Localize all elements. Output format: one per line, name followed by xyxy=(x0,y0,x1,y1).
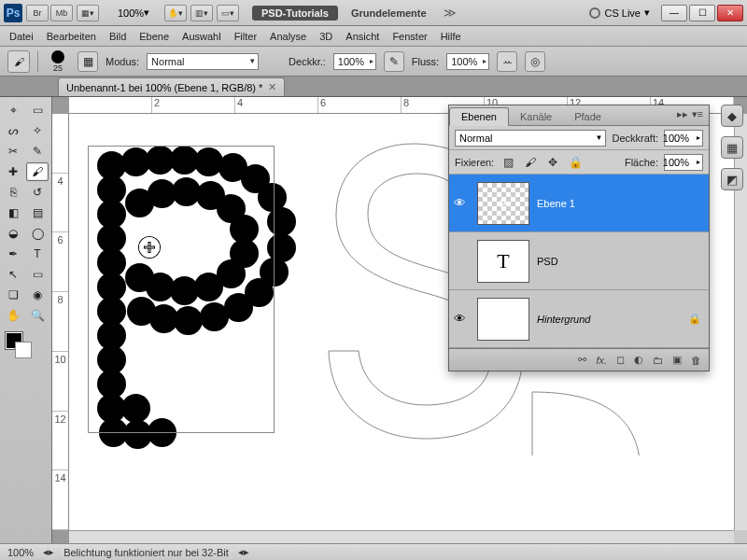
dock-adjust-icon[interactable]: ◩ xyxy=(721,168,743,190)
color-swatches[interactable] xyxy=(2,330,49,362)
zoom-level[interactable]: 100% ▾ xyxy=(112,5,161,21)
lock-paint-icon[interactable]: 🖌 xyxy=(522,154,539,171)
mode-label: Modus: xyxy=(106,56,139,67)
menu-bild[interactable]: Bild xyxy=(109,31,126,42)
panel-menu-icon[interactable]: ▾≡ xyxy=(692,108,703,120)
new-layer-icon[interactable]: ▣ xyxy=(672,354,682,366)
workspace-psd-tutorials[interactable]: PSD-Tutorials xyxy=(252,6,338,21)
layer-mask-icon[interactable]: ◻ xyxy=(616,354,625,366)
airbrush-icon[interactable]: ꕀ xyxy=(497,51,517,72)
screen-mode-button[interactable]: ▭▾ xyxy=(217,5,239,21)
blend-mode-select[interactable]: Normal▼ xyxy=(147,53,259,70)
history-brush-tool[interactable]: ↺ xyxy=(26,183,49,202)
tablet-opacity-icon[interactable]: ✎ xyxy=(384,51,404,72)
menu-analyse[interactable]: Analyse xyxy=(270,31,306,42)
brush-tool[interactable]: 🖌 xyxy=(26,162,49,181)
lock-position-icon[interactable]: ✥ xyxy=(544,154,561,171)
pen-tool[interactable]: ✒ xyxy=(2,245,24,263)
menu-bar: Datei Bearbeiten Bild Ebene Auswahl Filt… xyxy=(0,26,747,47)
stamp-tool[interactable]: ⎘ xyxy=(2,183,24,202)
layer-row[interactable]: 👁 Hintergrund 🔒 xyxy=(449,290,709,348)
3d-camera-tool[interactable]: ◉ xyxy=(26,286,49,304)
panel-tabs: Ebenen Kanäle Pfade ▸▸▾≡ xyxy=(449,105,709,126)
wand-tool[interactable]: ✧ xyxy=(26,121,49,140)
menu-ebene[interactable]: Ebene xyxy=(139,31,169,42)
menu-3d[interactable]: 3D xyxy=(319,31,332,42)
menu-hilfe[interactable]: Hilfe xyxy=(441,31,461,42)
flow-input[interactable]: 100%▸ xyxy=(446,53,489,70)
layer-list: 👁 P Ebene 1 T PSD 👁 Hintergrund 🔒 xyxy=(449,175,709,348)
document-tabs: Unbenannt-1 bei 100% (Ebene 1, RGB/8) * … xyxy=(0,77,747,97)
eraser-tool[interactable]: ◧ xyxy=(2,203,24,222)
delete-layer-icon[interactable]: 🗑 xyxy=(691,355,701,366)
bridge-button[interactable]: Br xyxy=(26,5,49,21)
healing-tool[interactable]: ✚ xyxy=(2,162,24,181)
eyedropper-tool[interactable]: ✎ xyxy=(26,142,49,161)
tablet-size-icon[interactable]: ◎ xyxy=(525,51,545,72)
menu-datei[interactable]: Datei xyxy=(9,31,34,42)
hand-tool[interactable]: ✋ xyxy=(2,306,24,325)
gradient-tool[interactable]: ▤ xyxy=(26,203,49,222)
3d-tool[interactable]: ❏ xyxy=(2,286,24,304)
path-select-tool[interactable]: ↖ xyxy=(2,265,24,284)
workspace-grundelemente[interactable]: Grundelemente xyxy=(342,6,436,21)
scrollbar-horizontal[interactable] xyxy=(69,530,734,543)
status-bar: 100% ◂▸ Belichtung funktioniert nur bei … xyxy=(0,543,747,560)
lasso-tool[interactable]: ᔕ xyxy=(2,121,24,140)
tab-kanaele[interactable]: Kanäle xyxy=(509,108,563,125)
layer-blend-select[interactable]: Normal▼ xyxy=(455,130,606,147)
window-close[interactable]: ✕ xyxy=(717,5,743,21)
layer-group-icon[interactable]: 🗀 xyxy=(653,355,663,366)
menu-ansicht[interactable]: Ansicht xyxy=(345,31,379,42)
tab-ebenen[interactable]: Ebenen xyxy=(449,107,509,126)
toolbox: ⌖▭ ᔕ✧ ✂✎ ✚🖌 ⎘↺ ◧▤ ◒◯ ✒T ↖▭ ❏◉ ✋🔍 xyxy=(0,97,52,543)
layer-row[interactable]: T PSD xyxy=(449,232,709,290)
visibility-icon[interactable]: 👁 xyxy=(449,196,470,210)
dock-swatches-icon[interactable]: ◆ xyxy=(721,105,743,127)
layer-row[interactable]: 👁 P Ebene 1 xyxy=(449,175,709,232)
brush-panel-toggle[interactable]: ▦ xyxy=(78,51,98,72)
shape-tool[interactable]: ▭ xyxy=(26,265,49,284)
adjustment-layer-icon[interactable]: ◐ xyxy=(634,354,643,366)
close-tab-icon[interactable]: ✕ xyxy=(268,81,276,93)
move-tool[interactable]: ⌖ xyxy=(2,101,24,119)
link-layers-icon[interactable]: ⚯ xyxy=(578,354,586,366)
tool-preset-picker[interactable]: 🖌 xyxy=(7,50,30,73)
menu-filter[interactable]: Filter xyxy=(234,31,257,42)
tab-pfade[interactable]: Pfade xyxy=(563,108,613,125)
type-tool[interactable]: T xyxy=(26,245,49,263)
arrange-docs-button[interactable]: ▥▾ xyxy=(190,5,213,21)
panel-collapse-icon[interactable]: ▸▸ xyxy=(677,108,688,120)
zoom-tool[interactable]: 🔍 xyxy=(26,306,49,325)
lock-pixels-icon[interactable]: ▨ xyxy=(500,154,516,171)
marquee-tool[interactable]: ▭ xyxy=(26,101,49,119)
cslive-button[interactable]: CS Live ▾ xyxy=(589,7,650,19)
workspace-more[interactable]: ≫ xyxy=(440,6,460,20)
dock-styles-icon[interactable]: ▦ xyxy=(721,136,743,159)
dock-column: ◆ ▦ ◩ xyxy=(719,99,745,190)
dodge-tool[interactable]: ◯ xyxy=(26,224,49,243)
layer-name[interactable]: Ebene 1 xyxy=(537,198,709,209)
status-zoom[interactable]: 100% xyxy=(7,547,34,558)
blur-tool[interactable]: ◒ xyxy=(2,224,24,243)
document-tab[interactable]: Unbenannt-1 bei 100% (Ebene 1, RGB/8) * … xyxy=(58,77,285,96)
brush-preview[interactable]: 25 xyxy=(46,50,70,73)
menu-fenster[interactable]: Fenster xyxy=(392,31,427,42)
opacity-input[interactable]: 100%▸ xyxy=(333,53,376,70)
layer-name[interactable]: PSD xyxy=(537,256,709,267)
fill-input[interactable]: 100%▸ xyxy=(664,154,703,171)
crop-tool[interactable]: ✂ xyxy=(2,142,24,161)
window-minimize[interactable]: — xyxy=(661,5,687,21)
minibridge-button[interactable]: Mb xyxy=(50,5,73,21)
window-maximize[interactable]: ☐ xyxy=(689,5,715,21)
visibility-icon[interactable]: 👁 xyxy=(449,312,470,326)
lock-all-icon[interactable]: 🔒 xyxy=(567,154,584,171)
menu-auswahl[interactable]: Auswahl xyxy=(182,31,221,42)
view-extras-button[interactable]: ▦▾ xyxy=(77,5,99,21)
layer-opacity-input[interactable]: 100%▸ xyxy=(664,130,703,147)
layer-style-icon[interactable]: fx. xyxy=(596,355,607,366)
layer-name[interactable]: Hintergrund xyxy=(537,314,688,325)
menu-bearbeiten[interactable]: Bearbeiten xyxy=(47,31,96,42)
status-message: Belichtung funktioniert nur bei 32-Bit xyxy=(63,547,229,558)
hand-tool-shortcut[interactable]: ✋▾ xyxy=(164,5,187,21)
